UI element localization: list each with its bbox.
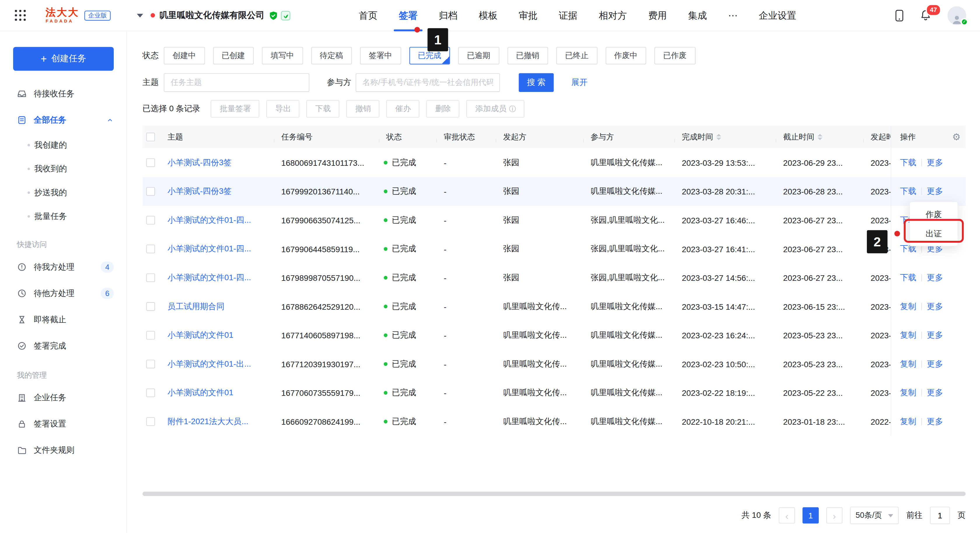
company-switcher[interactable]: 叽里呱啦文化传媒有限公司: [137, 10, 291, 21]
row-primary-action[interactable]: 复制: [900, 416, 916, 427]
sort-desc-icon[interactable]: [818, 137, 822, 140]
status-filter-chip[interactable]: 已终止: [556, 47, 597, 64]
row-checkbox[interactable]: [146, 360, 155, 369]
row-primary-action[interactable]: 下载: [900, 272, 916, 283]
nav-item[interactable]: 企业设置: [748, 0, 807, 31]
bulk-action-button[interactable]: 添加成员: [467, 100, 525, 118]
row-subject-link[interactable]: 附件1-2021法大大员...: [167, 416, 248, 427]
row-checkbox[interactable]: [146, 388, 155, 397]
page-size-select[interactable]: 50条/页: [850, 507, 899, 524]
table-row[interactable]: 小羊测试-四份3签 1679992013671140... 已完成 - 张园 叽…: [143, 177, 966, 206]
sidebar-item-my-pending[interactable]: 待我方处理 4: [0, 254, 126, 280]
row-checkbox[interactable]: [146, 331, 155, 340]
sort-asc-icon[interactable]: [716, 134, 721, 137]
create-task-button[interactable]: 创建任务: [13, 47, 114, 71]
search-button[interactable]: 搜 索: [519, 73, 554, 92]
table-row[interactable]: 员工试用期合同 1678862642529120... 已完成 - 叽里呱啦文化…: [143, 292, 966, 321]
status-filter-chip[interactable]: 创建中: [164, 47, 204, 64]
sidebar-subitem[interactable]: 我创建的: [0, 133, 126, 157]
sidebar-item-all-tasks[interactable]: 全部任务: [0, 107, 126, 133]
row-subject-link[interactable]: 小羊测试的文件01-四...: [167, 243, 251, 255]
row-checkbox[interactable]: [146, 244, 155, 253]
bulk-action-button[interactable]: 撤销: [347, 100, 380, 118]
row-checkbox[interactable]: [146, 187, 155, 196]
table-row[interactable]: 小羊测试的文件01 1677060735559179... 已完成 - 叽里呱啦…: [143, 378, 966, 407]
sidebar-item-sign-done[interactable]: 签署完成: [0, 333, 126, 359]
status-filter-chip[interactable]: 已撤销: [507, 47, 548, 64]
nav-item[interactable]: 证据: [548, 0, 588, 31]
row-more-action[interactable]: 更多: [927, 272, 943, 283]
table-row[interactable]: 小羊测试的文件01-四... 1679899870557190... 已完成 -…: [143, 263, 966, 292]
row-subject-link[interactable]: 小羊测试的文件01: [167, 330, 233, 341]
nav-item[interactable]: 集成: [678, 0, 718, 31]
row-checkbox[interactable]: [146, 158, 155, 167]
bulk-action-button[interactable]: 删除: [426, 100, 460, 118]
column-settings-gear-icon[interactable]: [952, 131, 961, 143]
row-subject-link[interactable]: 小羊测试的文件01: [167, 387, 233, 399]
participant-input[interactable]: [356, 73, 500, 92]
bulk-action-button[interactable]: 批量签署: [211, 100, 259, 118]
row-more-action[interactable]: 更多: [927, 301, 943, 312]
select-all-checkbox[interactable]: [146, 132, 155, 141]
bulk-action-button[interactable]: 导出: [267, 100, 300, 118]
expand-filters-link[interactable]: 展开: [571, 73, 588, 92]
row-checkbox[interactable]: [146, 302, 155, 311]
row-primary-action[interactable]: 下载: [900, 186, 916, 197]
table-row[interactable]: 小羊测试的文件01-出... 1677120391930197... 已完成 -…: [143, 350, 966, 378]
table-row[interactable]: 小羊测试-四份3签 16800691743101173... 已完成 - 张园 …: [143, 148, 966, 177]
row-subject-link[interactable]: 小羊测试的文件01-出...: [167, 359, 251, 370]
table-row[interactable]: 小羊测试的文件01 1677140605897198... 已完成 - 叽里呱啦…: [143, 321, 966, 350]
sidebar-item-folder-rules[interactable]: 文件夹规则: [0, 437, 126, 464]
row-subject-link[interactable]: 小羊测试的文件01-四...: [167, 215, 251, 226]
row-more-action[interactable]: 更多: [927, 330, 943, 341]
nav-item[interactable]: 签署: [388, 0, 428, 31]
sidebar-item-sign-settings[interactable]: 签署设置: [0, 411, 126, 437]
table-row[interactable]: 小羊测试的文件01-四... 1679906445859119... 已完成 -…: [143, 235, 966, 263]
sidebar-item-inbox-tasks[interactable]: 待接收任务: [0, 81, 126, 107]
current-page-button[interactable]: 1: [802, 507, 819, 523]
avatar[interactable]: [948, 6, 966, 24]
status-filter-chip[interactable]: 作废中: [605, 47, 646, 64]
row-subject-link[interactable]: 小羊测试的文件01-四...: [167, 272, 251, 283]
sort-asc-icon[interactable]: [818, 134, 822, 137]
bulk-action-button[interactable]: 下载: [307, 100, 340, 118]
table-row[interactable]: 附件1-2021法大大员... 1666092708624199... 已完成 …: [143, 407, 966, 436]
row-checkbox[interactable]: [146, 273, 155, 282]
sidebar-item-others-pending[interactable]: 待他方处理 6: [0, 280, 126, 306]
nav-item[interactable]: 相对方: [588, 0, 637, 31]
row-checkbox[interactable]: [146, 417, 155, 426]
sort-desc-icon[interactable]: [716, 137, 721, 140]
nav-item[interactable]: 模板: [468, 0, 508, 31]
nav-item[interactable]: ⋯: [718, 0, 748, 31]
row-primary-action[interactable]: 复制: [900, 301, 916, 312]
row-more-action[interactable]: 更多: [927, 359, 943, 370]
sort-icons[interactable]: [818, 134, 822, 140]
row-primary-action[interactable]: 下载: [900, 157, 916, 168]
row-more-action[interactable]: 更多: [927, 416, 943, 427]
status-filter-chip[interactable]: 填写中: [262, 47, 303, 64]
table-row[interactable]: 小羊测试的文件01-四... 1679906635074125... 已完成 -…: [143, 206, 966, 235]
subject-input[interactable]: [164, 73, 309, 92]
row-more-action[interactable]: 更多: [927, 157, 943, 168]
status-filter-chip[interactable]: 签署中: [360, 47, 401, 64]
row-checkbox[interactable]: [146, 216, 155, 225]
sidebar-subitem[interactable]: 抄送我的: [0, 181, 126, 204]
sidebar-item-company-tasks[interactable]: 企业任务: [0, 385, 126, 411]
nav-item[interactable]: 费用: [638, 0, 678, 31]
next-page-button[interactable]: [826, 507, 843, 523]
status-filter-chip[interactable]: 已逾期: [458, 47, 499, 64]
row-primary-action[interactable]: 复制: [900, 330, 916, 341]
status-filter-chip[interactable]: 已创建: [213, 47, 254, 64]
goto-page-input[interactable]: [930, 507, 950, 524]
row-more-action[interactable]: 更多: [927, 387, 943, 399]
nav-item[interactable]: 归档: [428, 0, 468, 31]
row-subject-link[interactable]: 员工试用期合同: [167, 301, 224, 312]
sort-icons[interactable]: [716, 134, 721, 140]
sidebar-subitem[interactable]: 我收到的: [0, 157, 126, 181]
row-more-action[interactable]: 更多: [927, 186, 943, 197]
nav-item[interactable]: 首页: [348, 0, 388, 31]
status-filter-chip[interactable]: 已作废: [654, 47, 695, 64]
status-filter-chip[interactable]: 待定稿: [311, 47, 352, 64]
mobile-app-icon[interactable]: [895, 9, 904, 22]
row-subject-link[interactable]: 小羊测试-四份3签: [167, 157, 232, 168]
